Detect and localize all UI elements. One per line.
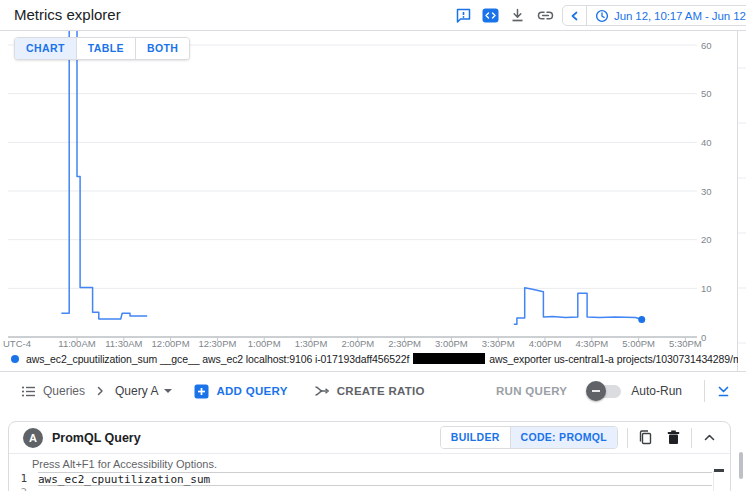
code-line[interactable]: 1 aws_ec2_cpuutilization_sum: [9, 472, 730, 486]
divider: [627, 428, 628, 448]
builder-tab[interactable]: BUILDER: [441, 427, 510, 448]
copy-icon[interactable]: [637, 429, 654, 446]
breadcrumb-queries[interactable]: Queries: [43, 384, 85, 398]
timeseries-chart[interactable]: 0102030405060UTC-411:00AM11:30AM12:00PM1…: [0, 31, 746, 371]
legend-text-before: aws_ec2_cpuutilization_sum __gce__ aws_e…: [26, 353, 409, 365]
chart-section: 0102030405060UTC-411:00AM11:30AM12:00PM1…: [0, 31, 746, 371]
plus-icon: [194, 384, 209, 399]
chevron-left-icon[interactable]: [563, 6, 587, 25]
code-text[interactable]: aws_ec2_cpuutilization_sum: [38, 472, 712, 486]
auto-run-toggle[interactable]: [589, 385, 621, 398]
svg-text:40: 40: [701, 137, 712, 148]
link-icon[interactable]: [537, 7, 554, 24]
divider: [691, 428, 692, 448]
svg-text:50: 50: [701, 88, 712, 99]
promql-query-card: A PromQL Query BUILDER CODE: PROMQL Pres…: [8, 421, 731, 491]
collapse-down-icon[interactable]: [715, 383, 732, 400]
code-icon[interactable]: [482, 7, 499, 24]
svg-text:0: 0: [701, 332, 706, 343]
svg-text:1:00PM: 1:00PM: [248, 338, 281, 349]
svg-text:4:00PM: 4:00PM: [529, 338, 562, 349]
svg-text:30: 30: [701, 186, 712, 197]
feedback-icon[interactable]: [455, 7, 472, 24]
svg-text:UTC-4: UTC-4: [3, 338, 31, 349]
svg-text:11:30AM: 11:30AM: [105, 338, 142, 349]
delete-icon[interactable]: [665, 429, 682, 446]
svg-text:4:30PM: 4:30PM: [575, 338, 608, 349]
svg-text:1:30PM: 1:30PM: [295, 338, 328, 349]
promql-card-header: A PromQL Query BUILDER CODE: PROMQL: [9, 422, 730, 454]
toggle-knob: [586, 381, 606, 401]
time-range-control: Jun 12, 10:17 AM - Jun 12, 5:48: [562, 5, 746, 26]
svg-text:3:30PM: 3:30PM: [482, 338, 515, 349]
svg-text:2:30PM: 2:30PM: [388, 338, 421, 349]
svg-text:11:00AM: 11:00AM: [58, 338, 95, 349]
chart-view-tabs: CHART TABLE BOTH: [14, 37, 190, 60]
tab-chart[interactable]: CHART: [15, 38, 77, 59]
query-name[interactable]: Query A: [115, 384, 158, 398]
promql-card-title: PromQL Query: [52, 431, 141, 445]
add-query-button[interactable]: ADD QUERY: [194, 384, 287, 399]
run-query-button[interactable]: RUN QUERY: [496, 385, 567, 397]
editor-ruler-line: [713, 471, 714, 491]
chevron-up-icon[interactable]: [701, 429, 718, 446]
svg-text:20: 20: [701, 234, 712, 245]
create-ratio-button[interactable]: CREATE RATIO: [314, 384, 425, 398]
svg-text:5:00PM: 5:00PM: [622, 338, 655, 349]
download-icon[interactable]: [509, 7, 526, 24]
svg-text:2:00PM: 2:00PM: [341, 338, 374, 349]
code-promql-tab[interactable]: CODE: PROMQL: [510, 427, 617, 448]
line-number: 1: [9, 472, 27, 486]
series-color-dot: [11, 355, 19, 363]
time-range-label: Jun 12, 10:17 AM - Jun 12, 5:48: [614, 10, 746, 22]
merge-arrows-icon: [314, 384, 330, 398]
tab-both[interactable]: BOTH: [136, 38, 189, 59]
tab-table[interactable]: TABLE: [77, 38, 136, 59]
svg-text:3:00PM: 3:00PM: [435, 338, 468, 349]
svg-text:10: 10: [701, 283, 712, 294]
legend-item[interactable]: aws_ec2_cpuutilization_sum __gce__ aws_e…: [8, 352, 738, 365]
chevron-right-icon: [94, 385, 106, 397]
editor-mode-switch: BUILDER CODE: PROMQL: [440, 426, 618, 449]
svg-text:60: 60: [701, 40, 712, 51]
list-icon: [21, 384, 36, 399]
chevron-down-icon[interactable]: [164, 389, 172, 393]
overview-ruler-cursor: [714, 469, 724, 472]
accessibility-hint: Press Alt+F1 for Accessibility Options.: [32, 458, 730, 470]
page-title: Metrics explorer: [14, 0, 121, 30]
redacted-box: [413, 353, 485, 364]
query-badge: A: [23, 428, 43, 448]
code-line[interactable]: 2: [9, 486, 730, 491]
queries-toolbar: Queries Query A ADD QUERY CREATE RATIO R…: [0, 372, 746, 410]
auto-run-label: Auto-Run: [631, 384, 682, 398]
clock-icon: [595, 9, 609, 23]
metrics-explorer-page: Metrics explorer Jun 12, 10:17 AM - Jun …: [0, 0, 746, 491]
svg-text:12:30PM: 12:30PM: [198, 338, 236, 349]
svg-text:5:30PM: 5:30PM: [669, 338, 702, 349]
code-text[interactable]: [38, 486, 712, 491]
legend-text-after: aws_exporter us-central1-a projects/1030…: [489, 353, 738, 365]
scrollbar-thumb[interactable]: [739, 452, 743, 479]
create-ratio-label: CREATE RATIO: [337, 385, 425, 397]
svg-text:12:00PM: 12:00PM: [152, 338, 190, 349]
time-range-button[interactable]: Jun 12, 10:17 AM - Jun 12, 5:48: [587, 9, 746, 23]
add-query-label: ADD QUERY: [216, 385, 287, 397]
page-header: Metrics explorer Jun 12, 10:17 AM - Jun …: [0, 0, 746, 31]
line-number: 2: [9, 486, 27, 491]
divider: [704, 380, 705, 402]
